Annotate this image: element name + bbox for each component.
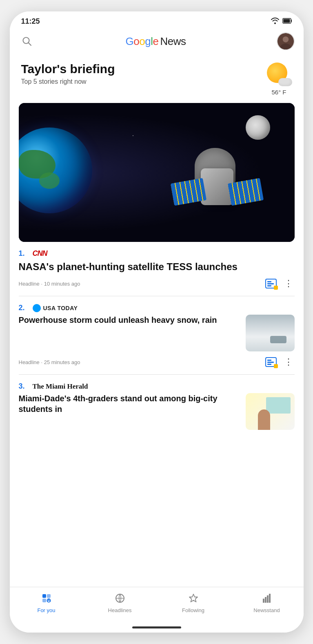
svg-rect-29 (267, 595, 269, 603)
source-logo-miami: The Miami Herald (33, 382, 88, 391)
news-item[interactable]: 2. USA TODAY Powerhouse storm could unle… (19, 296, 295, 374)
svg-rect-21 (42, 599, 46, 602)
story-number: 2. (19, 304, 29, 312)
following-icon (188, 593, 199, 605)
news-meta: Headline · 10 minutes ago ⋮ (19, 277, 295, 290)
news-meta-row: Headline · 25 minutes ago ⋮ (19, 356, 295, 374)
svg-point-13 (133, 135, 133, 136)
svg-rect-20 (47, 594, 51, 598)
news-thumbnail (246, 393, 295, 430)
nav-item-following[interactable]: Following (157, 591, 230, 615)
briefing-section: Taylor's briefing Top 5 stories right no… (10, 54, 304, 100)
news-content-row: Miami-Dade's 4th-graders stand out among… (19, 393, 295, 430)
news-actions: ⋮ (264, 356, 295, 369)
space-background (19, 103, 295, 242)
svg-point-6 (282, 36, 289, 42)
search-button[interactable] (19, 33, 35, 49)
weather-icon (266, 62, 292, 88)
news-item[interactable]: 1. CNN NASA's planet-hunting satellite T… (19, 242, 295, 296)
svg-rect-27 (263, 599, 264, 603)
more-options-button[interactable]: ⋮ (282, 278, 295, 289)
news-headline: NASA's planet-hunting satellite TESS lau… (19, 260, 295, 273)
news-actions: ⋮ (264, 277, 295, 290)
bottom-nav: For you Headlines Following (10, 587, 304, 622)
full-coverage-button[interactable] (264, 277, 277, 290)
usatoday-label: USA TODAY (43, 305, 78, 311)
story-number: 3. (19, 382, 29, 391)
top-bar: Google News (10, 29, 304, 54)
briefing-text: Taylor's briefing Top 5 stories right no… (21, 62, 115, 85)
news-item-header: 3. The Miami Herald (19, 382, 295, 391)
svg-rect-28 (265, 597, 266, 603)
news-content-row: Powerhouse storm could unleash heavy sno… (19, 315, 295, 351)
svg-rect-19 (42, 594, 46, 598)
app-logo-suffix: News (160, 35, 186, 48)
nav-label-headlines: Headlines (108, 607, 132, 613)
svg-rect-1 (291, 20, 292, 22)
hero-image[interactable] (19, 103, 295, 242)
newsstand-icon (262, 593, 272, 605)
news-item-header: 2. USA TODAY (19, 304, 295, 312)
news-meta-text: Headline · 10 minutes ago (19, 281, 80, 287)
status-bar: 11:25 (10, 11, 304, 29)
nav-label-newsstand: Newsstand (253, 607, 280, 613)
more-options-button[interactable]: ⋮ (282, 357, 295, 367)
source-logo-cnn: CNN (33, 249, 47, 258)
nav-item-newsstand[interactable]: Newsstand (230, 591, 304, 615)
news-meta-text: Headline · 25 minutes ago (19, 359, 80, 365)
news-headline: Miami-Dade's 4th-graders stand out among… (19, 393, 241, 414)
headlines-icon (115, 593, 125, 605)
status-time: 11:25 (21, 17, 40, 26)
source-logo-usatoday: USA TODAY (33, 304, 78, 312)
briefing-subtitle: Top 5 stories right now (21, 78, 115, 85)
svg-rect-2 (283, 19, 290, 22)
news-thumbnail (246, 315, 295, 351)
wifi-icon (271, 18, 279, 26)
full-coverage-icon (265, 279, 277, 288)
nav-item-headlines[interactable]: Headlines (83, 591, 157, 615)
app-logo: Google News (126, 35, 186, 48)
home-indicator-bar (10, 622, 304, 633)
news-item[interactable]: 3. The Miami Herald Miami-Dade's 4th-gra… (19, 374, 295, 430)
avatar-image (277, 33, 294, 49)
full-coverage-icon (265, 357, 277, 367)
story-number: 1. (19, 249, 29, 258)
weather-temperature: 56° F (271, 89, 286, 96)
svg-line-4 (28, 43, 31, 46)
full-coverage-button[interactable] (264, 356, 277, 369)
news-list: 1. CNN NASA's planet-hunting satellite T… (10, 242, 304, 587)
news-headline: Powerhouse storm could unleash heavy sno… (19, 315, 241, 325)
phone-frame: 11:25 (10, 11, 304, 633)
earth-illustration (19, 127, 92, 213)
profile-avatar[interactable] (277, 32, 295, 50)
for-you-icon (41, 593, 52, 605)
cloud-shape (278, 78, 292, 86)
status-icons (271, 18, 292, 26)
moon-illustration (246, 115, 270, 140)
satellite-illustration (172, 144, 262, 226)
battery-icon (282, 18, 292, 25)
nav-label-following: Following (182, 607, 204, 613)
svg-marker-26 (189, 594, 198, 602)
briefing-title: Taylor's briefing (21, 62, 115, 76)
home-indicator (132, 626, 181, 628)
news-item-header: 1. CNN (19, 249, 295, 258)
weather-widget[interactable]: 56° F (266, 62, 292, 96)
svg-rect-30 (269, 594, 271, 603)
nav-label-for-you: For you (37, 607, 55, 613)
nav-item-for-you[interactable]: For you (10, 591, 83, 615)
